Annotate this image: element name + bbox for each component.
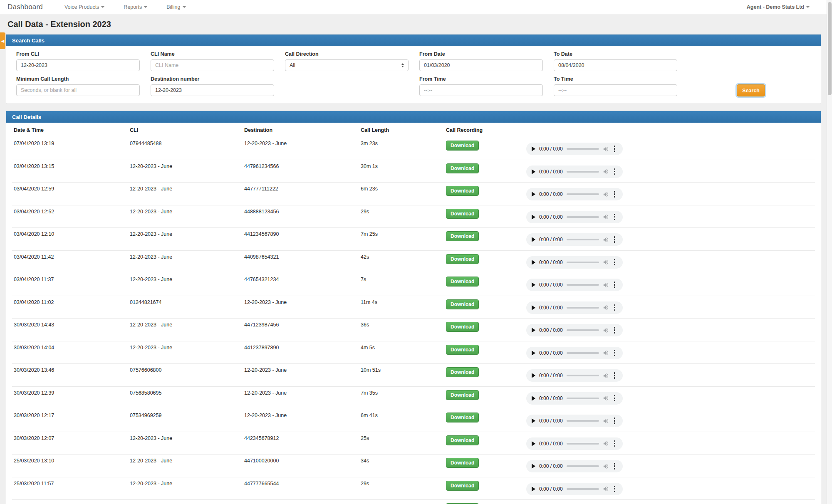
player-menu-icon[interactable] [613,190,617,198]
audio-player[interactable]: 0:00 / 0:00 [526,415,623,427]
volume-icon[interactable] [603,486,609,492]
player-seek-bar[interactable] [567,284,599,286]
download-button[interactable]: Download [446,367,479,377]
volume-icon[interactable] [603,168,609,175]
play-icon[interactable] [532,464,535,469]
play-icon[interactable] [532,328,535,333]
audio-player[interactable]: 0:00 / 0:00 [526,143,623,155]
audio-player[interactable]: 0:00 / 0:00 [526,166,623,178]
play-icon[interactable] [532,396,535,401]
sidebar-collapse-handle[interactable]: ◀ [0,32,5,49]
player-menu-icon[interactable] [613,371,617,380]
from-time-input[interactable] [419,84,543,96]
cli-name-input[interactable] [151,59,274,71]
player-menu-icon[interactable] [613,417,617,425]
volume-icon[interactable] [603,191,609,198]
audio-player[interactable]: 0:00 / 0:00 [526,347,623,359]
play-icon[interactable] [532,192,535,197]
player-seek-bar[interactable] [567,465,599,467]
player-seek-bar[interactable] [567,171,599,173]
play-icon[interactable] [532,305,535,310]
player-seek-bar[interactable] [567,420,599,422]
to-date-input[interactable] [554,59,677,71]
player-seek-bar[interactable] [567,239,599,240]
play-icon[interactable] [532,260,535,265]
play-icon[interactable] [532,351,535,356]
player-seek-bar[interactable] [567,329,599,331]
play-icon[interactable] [532,441,535,446]
audio-player[interactable]: 0:00 / 0:00 [526,460,623,472]
download-button[interactable]: Download [446,163,479,173]
player-menu-icon[interactable] [613,326,617,334]
audio-player[interactable]: 0:00 / 0:00 [526,392,623,405]
audio-player[interactable]: 0:00 / 0:00 [526,324,623,336]
brand-dashboard[interactable]: Dashboard [7,3,43,11]
player-menu-icon[interactable] [613,485,617,493]
download-button[interactable]: Download [446,299,479,309]
min-call-length-input[interactable] [16,84,140,96]
player-menu-icon[interactable] [613,213,617,221]
download-button[interactable]: Download [446,458,479,468]
download-button[interactable]: Download [446,209,479,219]
download-button[interactable]: Download [446,231,479,241]
audio-player[interactable]: 0:00 / 0:00 [526,256,623,269]
search-button[interactable]: Search [737,84,765,96]
download-button[interactable]: Download [446,345,479,355]
volume-icon[interactable] [603,237,609,243]
download-button[interactable]: Download [446,481,479,491]
player-seek-bar[interactable] [567,375,599,376]
volume-icon[interactable] [603,304,609,311]
nav-reports[interactable]: Reports [124,4,147,10]
volume-icon[interactable] [603,282,609,288]
download-button[interactable]: Download [446,390,479,400]
to-time-input[interactable] [554,84,677,96]
page-scrollbar[interactable] [827,0,832,504]
volume-icon[interactable] [603,146,609,152]
play-icon[interactable] [532,487,535,492]
play-icon[interactable] [532,215,535,220]
audio-player[interactable]: 0:00 / 0:00 [526,369,623,382]
player-menu-icon[interactable] [613,168,617,176]
player-menu-icon[interactable] [613,440,617,448]
player-seek-bar[interactable] [567,443,599,445]
download-button[interactable]: Download [446,413,479,422]
download-button[interactable]: Download [446,435,479,445]
audio-player[interactable]: 0:00 / 0:00 [526,483,623,495]
player-menu-icon[interactable] [613,235,617,244]
player-menu-icon[interactable] [613,281,617,289]
download-button[interactable]: Download [446,186,479,196]
volume-icon[interactable] [603,350,609,356]
player-seek-bar[interactable] [567,488,599,490]
volume-icon[interactable] [603,418,609,424]
player-seek-bar[interactable] [567,307,599,309]
audio-player[interactable]: 0:00 / 0:00 [526,188,623,200]
player-seek-bar[interactable] [567,398,599,399]
player-menu-icon[interactable] [613,462,617,470]
play-icon[interactable] [532,146,535,151]
call-direction-select[interactable]: All [285,59,409,71]
audio-player[interactable]: 0:00 / 0:00 [526,279,623,291]
play-icon[interactable] [532,282,535,287]
player-seek-bar[interactable] [567,148,599,150]
nav-billing[interactable]: Billing [166,4,186,10]
play-icon[interactable] [532,169,535,174]
audio-player[interactable]: 0:00 / 0:00 [526,437,623,450]
volume-icon[interactable] [603,327,609,334]
download-button[interactable]: Download [446,277,479,287]
scrollbar-thumb[interactable] [828,2,832,95]
volume-icon[interactable] [603,463,609,469]
player-seek-bar[interactable] [567,352,599,354]
player-menu-icon[interactable] [613,394,617,403]
play-icon[interactable] [532,418,535,423]
destination-number-input[interactable] [151,84,274,96]
play-icon[interactable] [532,237,535,242]
nav-voice-products[interactable]: Voice Products [64,4,104,10]
player-seek-bar[interactable] [567,216,599,218]
from-cli-input[interactable] [16,59,140,71]
account-menu[interactable]: Agent - Demo Stats Ltd [747,4,810,10]
volume-icon[interactable] [603,395,609,401]
volume-icon[interactable] [603,259,609,265]
download-button[interactable]: Download [446,141,479,151]
player-menu-icon[interactable] [613,349,617,357]
player-menu-icon[interactable] [613,304,617,312]
